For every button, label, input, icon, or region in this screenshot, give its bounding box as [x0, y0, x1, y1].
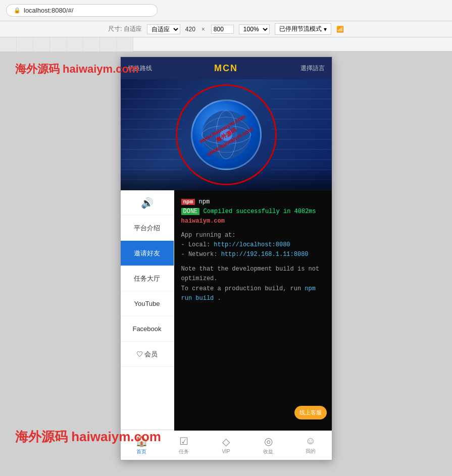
sidebar-item-platform-intro[interactable]: 平台介绍 [121, 216, 174, 241]
wifi-icon: 📶 [336, 26, 344, 33]
dropdown-icon: ▾ [324, 26, 327, 33]
note-line1: Note that the development build is not o… [181, 266, 320, 282]
select-language-button[interactable]: 選擇語言 [300, 64, 325, 73]
app-body: 🔊 平台介绍 邀请好友 任务大厅 YouTube Facebook [121, 190, 332, 431]
vip-label: ♡ 会员 [136, 350, 158, 359]
tab-6[interactable] [100, 37, 117, 51]
nav-profile[interactable]: ☺ 我的 [289, 435, 332, 455]
app-header: 切换路线 MCN 選擇語言 [121, 57, 332, 79]
nav-vip-label: VIP [222, 449, 230, 454]
platform-intro-label: 平台介绍 [134, 224, 160, 233]
tab-2[interactable] [33, 37, 50, 51]
address-text: localhost:8080/#/ [24, 7, 73, 14]
vip-icon: ◇ [222, 436, 230, 448]
sidebar-item-invite-friends[interactable]: 邀请好友 [121, 241, 174, 266]
local-url: http://localhost:8080 [214, 241, 290, 248]
app-logo: MCN [214, 63, 238, 74]
content-area: 海外源码 haiwaiym.com 海外源码 haiwaiym.com 切换路线… [0, 51, 452, 476]
terminal: npm npm DONE Compiled successfully in 40… [174, 190, 332, 431]
tabs-bar [0, 37, 452, 51]
tab-1[interactable] [17, 37, 33, 51]
tab-3[interactable] [50, 37, 67, 51]
nav-tasks[interactable]: ☑ 任务 [163, 435, 205, 455]
dev-toolbar: 尺寸: 自适应 自适应 420 × 100% 已停用节流模式 ▾ 📶 [0, 21, 452, 37]
sidebar-item-youtube[interactable]: YouTube [121, 291, 174, 316]
sidebar-item-task-hall[interactable]: 任务大厅 [121, 266, 174, 291]
height-input[interactable] [211, 25, 234, 34]
nav-earnings[interactable]: ◎ 收益 [247, 435, 289, 455]
address-bar[interactable]: 🔒 localhost:8080/#/ [6, 4, 158, 17]
sidebar: 🔊 平台介绍 邀请好友 任务大厅 YouTube Facebook [121, 190, 174, 431]
compile-success-text: Compiled successfully in 4082ms [204, 208, 316, 215]
switch-route-label[interactable]: 切换路线 [128, 64, 152, 73]
size-select[interactable]: 自适应 [147, 24, 180, 34]
browser-bar: 🔒 localhost:8080/#/ [0, 0, 452, 21]
svg-point-5 [220, 129, 232, 141]
home-icon: 🏠 [135, 435, 148, 447]
sidebar-item-vip[interactable]: ♡ 会员 [121, 342, 174, 367]
running-at-label: App running at: [181, 232, 236, 239]
network-prefix: - Network: [181, 251, 221, 258]
nav-earnings-label: 收益 [263, 448, 273, 455]
zoom-select[interactable]: 100% [239, 24, 270, 34]
lock-icon: 🔒 [14, 7, 21, 14]
tab-0[interactable] [0, 37, 17, 51]
note-line2: To create a production build, run [181, 285, 305, 292]
tasks-icon: ☑ [179, 435, 188, 447]
bottom-nav: 🏠 首页 ☑ 任务 ◇ VIP ◎ 收益 ☺ 我的 [121, 430, 332, 460]
width-value: 420 [185, 26, 195, 33]
mobile-frame: 切换路线 MCN 選擇語言 www.ha [120, 57, 332, 460]
task-hall-label: 任务大厅 [134, 274, 160, 283]
size-label: 尺寸: 自适应 [108, 25, 142, 33]
throttle-mode-label: 已停用节流模式 [279, 25, 322, 33]
x-separator: × [202, 26, 205, 33]
nav-vip[interactable]: ◇ VIP [205, 436, 247, 454]
sidebar-item-facebook[interactable]: Facebook [121, 316, 174, 342]
tab-5[interactable] [83, 37, 100, 51]
throttle-mode-button[interactable]: 已停用节流模式 ▾ [275, 23, 331, 35]
main-panel: npm npm DONE Compiled successfully in 40… [174, 190, 332, 431]
tab-4[interactable] [67, 37, 83, 51]
network-url: http://192.168.1.11:8080 [221, 251, 309, 258]
local-prefix: - Local: [181, 241, 214, 248]
cs-label: 线上客服 [299, 409, 322, 415]
facebook-label: Facebook [132, 325, 161, 333]
cs-button[interactable]: 线上客服 [294, 406, 327, 419]
nav-tasks-label: 任务 [179, 448, 189, 455]
nav-profile-label: 我的 [306, 448, 316, 455]
volume-icon: 🔊 [141, 197, 154, 209]
hero-globe [191, 99, 262, 170]
nav-home-label: 首页 [136, 448, 146, 455]
nav-home[interactable]: 🏠 首页 [121, 435, 163, 455]
done-badge: DONE [181, 208, 200, 215]
terminal-cmd: npm [199, 198, 210, 205]
sidebar-item-volume[interactable]: 🔊 [121, 190, 174, 216]
npm-label: npm [181, 199, 195, 205]
watermark-terminal: haiwaiym.com [181, 218, 225, 225]
tab-7[interactable] [117, 37, 133, 51]
profile-icon: ☺ [305, 435, 315, 447]
earnings-icon: ◎ [264, 435, 273, 447]
invite-friends-label: 邀请好友 [134, 249, 160, 258]
youtube-label: YouTube [134, 300, 160, 307]
hero-area: www.haiwaiym.com海外源码www.haiwaiym.com [121, 79, 332, 190]
